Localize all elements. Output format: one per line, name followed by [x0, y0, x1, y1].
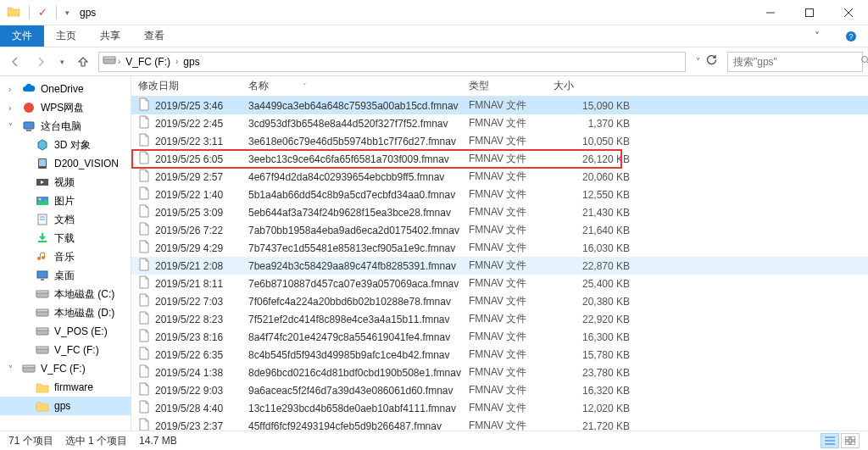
- file-row[interactable]: 2019/5/26 7:227ab70bb1958a4eba9ad6eca2d0…: [131, 221, 868, 239]
- up-button[interactable]: [73, 52, 93, 72]
- ribbon: 文件 主页 共享 查看 ˅ ?: [0, 25, 868, 47]
- nav-item[interactable]: 本地磁盘 (D:): [0, 303, 131, 322]
- expand-icon[interactable]: ›: [8, 85, 17, 94]
- cell-name: 8de96bcd0216c4d81bdf0cbd190b508e1.fmnav: [248, 367, 469, 379]
- file-row[interactable]: 2019/5/21 2:087bea924b3c58429aa89c474fb8…: [131, 257, 868, 275]
- file-tab[interactable]: 文件: [0, 25, 44, 47]
- file-row[interactable]: 2019/5/23 2:3745ffdf6fcf92493194cfeb5d9b…: [131, 417, 868, 431]
- nav-item[interactable]: 3D 对象: [0, 136, 131, 154]
- file-row[interactable]: 2019/5/25 3:095eb644af3a734f24b9628f15ea…: [131, 203, 868, 221]
- expand-icon[interactable]: ›: [8, 103, 17, 113]
- search-field[interactable]: [733, 56, 860, 68]
- file-icon: [138, 240, 150, 256]
- search-input[interactable]: [727, 52, 863, 72]
- file-row[interactable]: 2019/5/29 4:297b7437ec1d55481e85813ecf90…: [131, 239, 868, 257]
- file-row[interactable]: 2019/5/22 2:453cd953df3b6548e8a44d520f32…: [131, 114, 868, 132]
- nav-item[interactable]: ›WPS网盘: [0, 98, 131, 117]
- drive-icon: [36, 287, 49, 301]
- cell-type: FMNAV 文件: [469, 383, 554, 397]
- qat-check-icon[interactable]: ✓: [38, 6, 47, 19]
- file-row[interactable]: 2019/5/24 1:388de96bcd0216c4d81bdf0cbd19…: [131, 364, 868, 381]
- file-row[interactable]: 2019/5/23 8:168a4f74fc201e42479c8a554619…: [131, 328, 868, 346]
- back-button[interactable]: [5, 52, 25, 72]
- nav-item[interactable]: firmware: [0, 378, 131, 397]
- crumb-gps[interactable]: gps: [180, 56, 203, 68]
- file-rows[interactable]: 2019/5/25 3:463a4499ca3eb64a648c75935a00…: [131, 97, 868, 431]
- crumb-sep-icon[interactable]: ›: [118, 57, 120, 66]
- cell-size: 22,920 KB: [554, 314, 630, 325]
- titlebar: ✓ ▾ gps: [0, 0, 868, 25]
- address-bar[interactable]: › V_FC (F:) › gps: [98, 52, 686, 72]
- cell-size: 21,430 KB: [554, 207, 630, 219]
- nav-item[interactable]: 本地磁盘 (C:): [0, 285, 131, 303]
- view-icons-button[interactable]: [841, 433, 860, 448]
- ribbon-collapse-icon[interactable]: ˅: [800, 25, 834, 47]
- nav-label: 桌面: [54, 269, 75, 283]
- cell-date: 2019/5/26 7:22: [138, 222, 248, 238]
- file-row[interactable]: 2019/5/22 6:358c4b545fd5f943d49985b9afc1…: [131, 346, 868, 364]
- file-row[interactable]: 2019/5/22 1:405b1a4ab66dd54c8b9a5cd7ecbf…: [131, 186, 868, 203]
- search-icon[interactable]: [860, 55, 868, 68]
- nav-label: D200_VISION: [54, 158, 119, 169]
- nav-label: 本地磁盘 (D:): [54, 306, 114, 320]
- nav-item[interactable]: gps: [0, 397, 131, 415]
- qat-dropdown-icon[interactable]: ▾: [65, 8, 70, 17]
- file-row[interactable]: 2019/5/28 4:4013c11e293bcd4b658de0aeb10a…: [131, 399, 868, 417]
- file-row[interactable]: 2019/5/22 3:113e618e06c79e46d5b5974bb1c7…: [131, 132, 868, 150]
- nav-item[interactable]: 下载: [0, 229, 131, 247]
- file-icon: [138, 258, 150, 274]
- nav-item[interactable]: ˅这台电脑: [0, 117, 131, 136]
- column-date[interactable]: 修改日期: [138, 79, 248, 93]
- column-name[interactable]: 名称˅: [248, 79, 469, 93]
- nav-item[interactable]: 音乐: [0, 247, 131, 266]
- svg-rect-14: [39, 159, 46, 166]
- nav-item[interactable]: ›OneDrive: [0, 80, 131, 98]
- minimize-button[interactable]: [751, 0, 790, 25]
- drive-icon: [36, 325, 49, 338]
- nav-label: 本地磁盘 (C:): [54, 287, 114, 302]
- crumb-drive[interactable]: V_FC (F:): [122, 56, 174, 68]
- nav-item[interactable]: D200_VISION: [0, 154, 131, 173]
- navigation-pane[interactable]: ›OneDrive›WPS网盘˅这台电脑3D 对象D200_VISION视频图片…: [0, 76, 131, 431]
- column-type[interactable]: 类型: [469, 79, 554, 93]
- column-size[interactable]: 大小: [554, 79, 630, 93]
- file-row[interactable]: 2019/5/21 8:117e6b8710887d457ca07e39a057…: [131, 275, 868, 292]
- file-row[interactable]: 2019/5/22 9:039a6aceac5f2f46d7a39d43e086…: [131, 381, 868, 399]
- file-row[interactable]: 2019/5/29 2:574e67f94d2da84c02939654ebcb…: [131, 168, 868, 186]
- recent-dropdown-icon[interactable]: ▾: [56, 52, 68, 72]
- nav-item[interactable]: V_POS (E:): [0, 322, 131, 341]
- tab-view[interactable]: 查看: [132, 25, 176, 47]
- tab-share[interactable]: 共享: [88, 25, 132, 47]
- nav-item[interactable]: 视频: [0, 173, 131, 192]
- nav-item[interactable]: 文档: [0, 210, 131, 229]
- cell-type: FMNAV 文件: [469, 419, 554, 431]
- file-row[interactable]: 2019/5/22 7:037f06fefc4a224a20bbd6b02b10…: [131, 292, 868, 310]
- nav-item[interactable]: V_FC (F:): [0, 341, 131, 359]
- crumb-sep-icon[interactable]: ›: [175, 57, 178, 66]
- file-icon: [138, 204, 150, 220]
- cell-type: FMNAV 文件: [469, 258, 554, 273]
- expand-icon[interactable]: ˅: [8, 122, 17, 131]
- file-row[interactable]: 2019/5/25 3:463a4499ca3eb64a648c75935a00…: [131, 97, 868, 114]
- file-icon: [138, 97, 150, 114]
- close-button[interactable]: [829, 0, 868, 25]
- refresh-icon[interactable]: [705, 54, 717, 69]
- nav-item[interactable]: ˅V_FC (F:): [0, 359, 131, 378]
- svg-rect-31: [36, 347, 48, 349]
- cell-date: 2019/5/29 4:29: [138, 240, 248, 256]
- nav-item[interactable]: 桌面: [0, 266, 131, 285]
- svg-rect-39: [845, 442, 849, 445]
- nav-item[interactable]: 图片: [0, 192, 131, 210]
- file-row[interactable]: 2019/5/22 8:237f521ef2dc414f8c898e4ce3a4…: [131, 310, 868, 328]
- file-row[interactable]: 2019/5/25 6:053eebc13c9ce64c6fa65f6581a7…: [131, 150, 868, 168]
- help-button[interactable]: ?: [834, 25, 868, 47]
- cell-name: 3cd953df3b6548e8a44d520f327f7f52.fmnav: [248, 118, 469, 130]
- dropdown-icon[interactable]: ˅: [696, 57, 700, 66]
- expand-icon[interactable]: ˅: [8, 364, 17, 374]
- nav-label: 这台电脑: [41, 119, 81, 134]
- forward-button[interactable]: [31, 52, 51, 72]
- view-details-button[interactable]: [821, 433, 839, 448]
- tab-home[interactable]: 主页: [44, 25, 88, 47]
- maximize-button[interactable]: [790, 0, 829, 25]
- svg-rect-21: [38, 241, 47, 242]
